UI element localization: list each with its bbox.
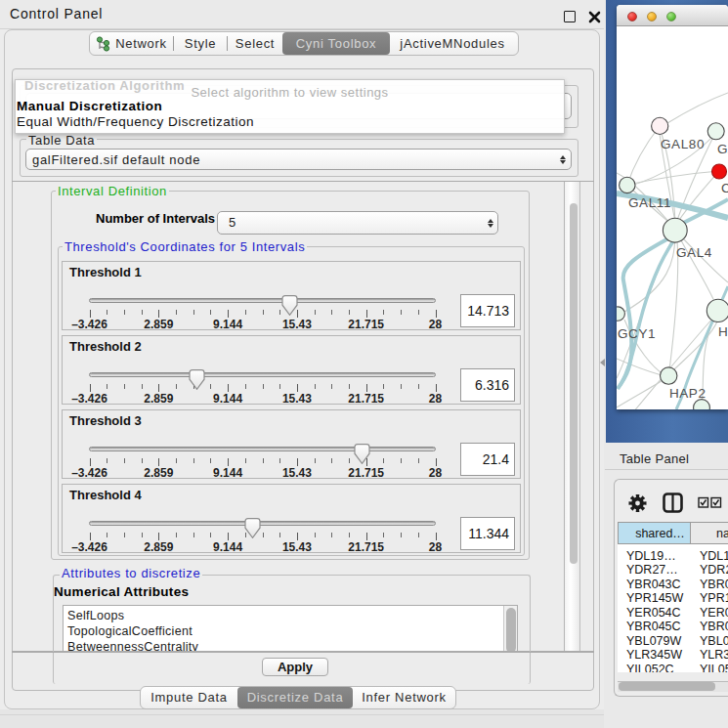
svg-text:GAL80: GAL80 [661, 137, 705, 151]
svg-text:GCY1: GCY1 [618, 326, 656, 341]
svg-text:HAP2: HAP2 [669, 386, 707, 401]
svg-text:GAL4: GAL4 [676, 245, 712, 260]
svg-text:C: C [721, 181, 728, 195]
svg-text:H: H [718, 324, 728, 339]
svg-text:GA: GA [717, 142, 728, 156]
svg-text:GAL11: GAL11 [628, 195, 671, 210]
